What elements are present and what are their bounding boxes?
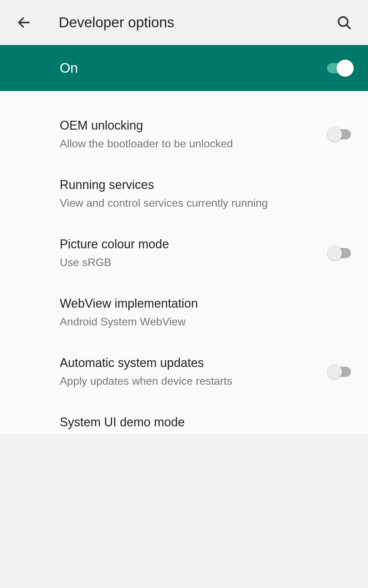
- back-button[interactable]: [10, 9, 38, 36]
- master-toggle-switch[interactable]: [327, 59, 354, 77]
- item-title: WebView implementation: [60, 296, 344, 312]
- item-oem-unlocking[interactable]: OEM unlocking Allow the bootloader to be…: [0, 105, 368, 164]
- item-running-services[interactable]: Running services View and control servic…: [0, 164, 368, 223]
- oem-unlocking-switch[interactable]: [328, 126, 354, 143]
- settings-list: OEM unlocking Allow the bootloader to be…: [0, 91, 368, 434]
- item-title: Picture colour mode: [60, 236, 311, 252]
- item-title: OEM unlocking: [60, 118, 311, 134]
- search-icon: [336, 15, 352, 30]
- page-title: Developer options: [59, 14, 330, 31]
- item-subtitle: Android System WebView: [60, 314, 344, 329]
- back-arrow-icon: [16, 15, 31, 30]
- item-picture-colour-mode[interactable]: Picture colour mode Use sRGB: [0, 223, 368, 283]
- svg-line-2: [346, 25, 350, 29]
- app-header: Developer options: [0, 0, 368, 45]
- item-subtitle: Use sRGB: [60, 255, 311, 270]
- item-subtitle: Apply updates when device restarts: [60, 374, 311, 388]
- item-title: Automatic system updates: [60, 355, 311, 371]
- picture-colour-mode-switch[interactable]: [328, 244, 354, 262]
- item-subtitle: Allow the bootloader to be unlocked: [60, 136, 311, 151]
- item-automatic-system-updates[interactable]: Automatic system updates Apply updates w…: [0, 342, 368, 401]
- master-toggle-label: On: [60, 60, 327, 76]
- item-title: System UI demo mode: [60, 414, 344, 430]
- item-system-ui-demo-mode[interactable]: System UI demo mode: [0, 401, 368, 434]
- item-title: Running services: [60, 177, 344, 193]
- master-toggle-row[interactable]: On: [0, 45, 368, 91]
- automatic-system-updates-switch[interactable]: [328, 363, 354, 381]
- search-button[interactable]: [330, 9, 358, 36]
- item-webview-implementation[interactable]: WebView implementation Android System We…: [0, 283, 368, 342]
- item-subtitle: View and control services currently runn…: [60, 196, 344, 210]
